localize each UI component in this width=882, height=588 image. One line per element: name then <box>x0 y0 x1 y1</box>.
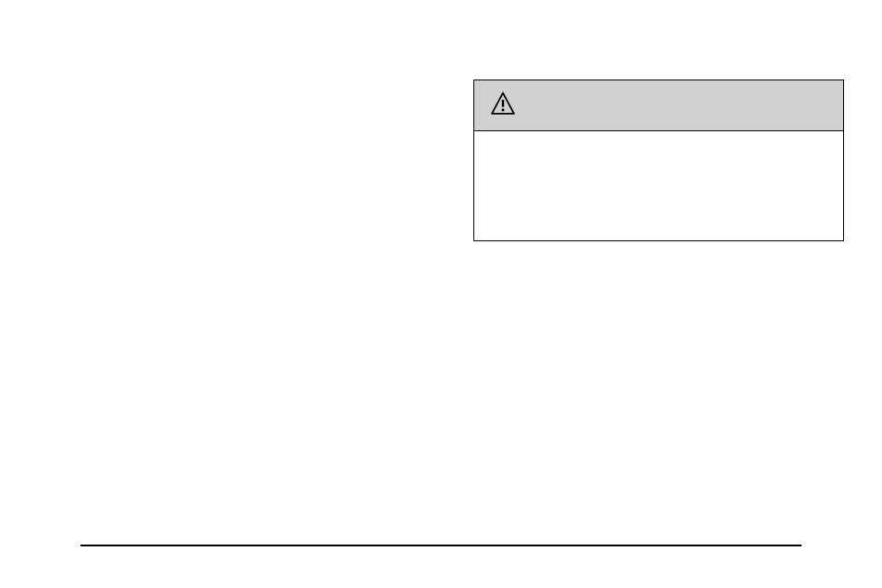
svg-rect-1 <box>502 100 504 107</box>
svg-point-2 <box>502 109 505 112</box>
caution-box-body <box>474 131 843 240</box>
footer-divider <box>80 545 802 546</box>
document-page <box>0 0 882 588</box>
caution-box <box>473 80 844 241</box>
caution-box-header <box>474 80 843 131</box>
warning-triangle-icon <box>491 92 515 119</box>
